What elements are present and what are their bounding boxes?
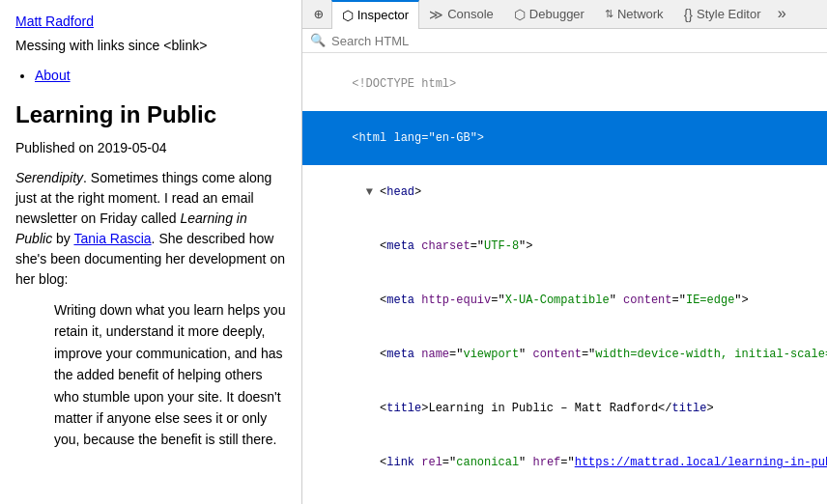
tree-line-title: <title>Learning in Public – Matt Radford… xyxy=(302,381,827,435)
tree-line-meta-charset: <meta charset="UTF-8"> xyxy=(302,219,827,273)
tree-line-meta-viewport: <meta name="viewport" content="width=dev… xyxy=(302,327,827,381)
article-title: Learning in Public xyxy=(15,98,286,132)
search-icon: 🔍 xyxy=(310,33,326,48)
canonical-href[interactable]: https://mattrad.local/learning-in-public… xyxy=(575,456,827,469)
style-editor-icon: {} xyxy=(684,7,693,22)
tree-line-html[interactable]: <html lang="en-GB"> xyxy=(302,111,827,165)
console-icon: ≫ xyxy=(429,7,443,22)
tab-debugger[interactable]: ⬡ Debugger xyxy=(504,0,595,29)
tab-network[interactable]: ⇅ Network xyxy=(595,0,674,29)
article-blockquote: Writing down what you learn helps you re… xyxy=(54,299,286,451)
tree-line-style: <style>body img {max-width: 100%;height:… xyxy=(302,490,827,504)
tab-network-label: Network xyxy=(617,7,664,21)
tagline: Messing with links since <blink> xyxy=(15,36,286,56)
tab-inspector-label: Inspector xyxy=(357,8,409,22)
published-date: Published on 2019-05-04 xyxy=(15,138,286,158)
article-intro: Serendipity. Sometimes things come along… xyxy=(15,168,286,290)
tree-line-head-open[interactable]: ▼ <head> xyxy=(302,165,827,219)
search-input[interactable] xyxy=(331,34,827,48)
tab-style-editor-label: Style Editor xyxy=(697,7,760,21)
tania-rascia-link[interactable]: Tania Rascia xyxy=(73,231,151,246)
tab-style-editor[interactable]: {} Style Editor xyxy=(674,0,772,29)
nav-about-link[interactable]: About xyxy=(35,68,71,83)
tree-line-doctype: <!DOCTYPE html> xyxy=(302,57,827,111)
devtools-panel: ⊕ ⬡ Inspector ≫ Console ⬡ Debugger ⇅ Net… xyxy=(302,0,827,504)
tree-line-link-canonical: <link rel="canonical" href="https://matt… xyxy=(302,435,827,490)
debugger-icon: ⬡ xyxy=(514,7,526,22)
nav-list: About xyxy=(35,66,286,86)
tab-debugger-label: Debugger xyxy=(529,7,585,21)
tab-console[interactable]: ≫ Console xyxy=(419,0,504,29)
tree-line-meta-http-equiv: <meta http-equiv="X-UA-Compatible" conte… xyxy=(302,273,827,327)
network-icon: ⇅ xyxy=(605,8,613,20)
serendipity-word: Serendipity xyxy=(15,170,83,185)
html-tree: <!DOCTYPE html> <html lang="en-GB"> ▼ <h… xyxy=(302,53,827,504)
inspector-icon: ⬡ xyxy=(342,8,354,23)
webpage-content: Matt Radford Messing with links since <b… xyxy=(0,0,302,504)
devtools-toolbar: ⊕ ⬡ Inspector ≫ Console ⬡ Debugger ⇅ Net… xyxy=(302,0,827,29)
tab-console-label: Console xyxy=(447,7,494,21)
tab-inspector[interactable]: ⬡ Inspector xyxy=(331,0,419,29)
devtools-pick-button[interactable]: ⊕ xyxy=(306,5,331,24)
more-tabs-button[interactable]: » xyxy=(771,6,792,23)
author-link[interactable]: Matt Radford xyxy=(15,14,94,29)
html-search-bar: 🔍 xyxy=(302,29,827,53)
